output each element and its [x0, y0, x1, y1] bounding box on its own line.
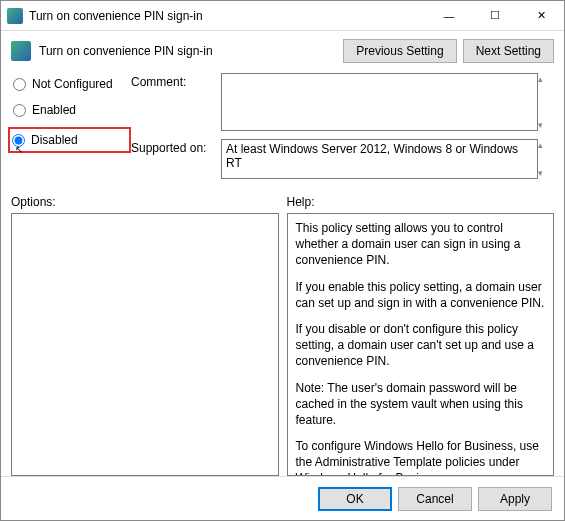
help-paragraph: Note: The user's domain password will be… — [296, 380, 546, 429]
apply-button[interactable]: Apply — [478, 487, 552, 511]
options-box — [11, 213, 279, 476]
radio-disabled-label: Disabled — [31, 133, 78, 147]
policy-editor-window: Turn on convenience PIN sign-in — ☐ ✕ Tu… — [0, 0, 565, 521]
radio-not-configured-label: Not Configured — [32, 77, 113, 91]
supported-text — [221, 139, 538, 179]
close-button[interactable]: ✕ — [518, 1, 564, 31]
next-setting-button[interactable]: Next Setting — [463, 39, 554, 63]
minimize-button[interactable]: — — [426, 1, 472, 31]
config-row: Not Configured Enabled Disabled ↖ Commen… — [11, 73, 554, 179]
titlebar: Turn on convenience PIN sign-in — ☐ ✕ — [1, 1, 564, 31]
comment-row: Comment: ▴▾ — [131, 73, 554, 131]
cancel-button[interactable]: Cancel — [398, 487, 472, 511]
lower-row: Options: Help: This policy setting allow… — [11, 195, 554, 476]
ok-button[interactable]: OK — [318, 487, 392, 511]
previous-setting-button[interactable]: Previous Setting — [343, 39, 456, 63]
radio-disabled[interactable]: Disabled — [10, 131, 127, 149]
help-paragraph: If you disable or don't configure this p… — [296, 321, 546, 370]
window-controls: — ☐ ✕ — [426, 1, 564, 31]
options-pane: Options: — [11, 195, 279, 476]
help-box[interactable]: This policy setting allows you to contro… — [287, 213, 555, 476]
help-label: Help: — [287, 195, 555, 209]
radio-not-configured[interactable]: Not Configured — [11, 75, 131, 93]
policy-icon — [7, 8, 23, 24]
scrollbar-icon[interactable]: ▴▾ — [538, 73, 554, 131]
radio-disabled-input[interactable] — [12, 134, 25, 147]
fields-col: Comment: ▴▾ Supported on: ▴▾ — [131, 73, 554, 179]
highlight-disabled: Disabled ↖ — [8, 127, 131, 153]
radio-enabled-label: Enabled — [32, 103, 76, 117]
comment-label: Comment: — [131, 73, 221, 89]
scrollbar-icon[interactable]: ▴▾ — [538, 139, 554, 179]
radio-enabled-input[interactable] — [13, 104, 26, 117]
policy-title: Turn on convenience PIN sign-in — [39, 44, 337, 58]
footer: OK Cancel Apply — [1, 476, 564, 520]
body: Turn on convenience PIN sign-in Previous… — [1, 31, 564, 476]
radio-enabled[interactable]: Enabled — [11, 101, 131, 119]
radio-group: Not Configured Enabled Disabled ↖ — [11, 73, 131, 179]
options-label: Options: — [11, 195, 279, 209]
help-paragraph: This policy setting allows you to contro… — [296, 220, 546, 269]
window-title: Turn on convenience PIN sign-in — [29, 9, 426, 23]
help-paragraph: To configure Windows Hello for Business,… — [296, 438, 546, 476]
policy-icon — [11, 41, 31, 61]
help-pane: Help: This policy setting allows you to … — [287, 195, 555, 476]
header-row: Turn on convenience PIN sign-in Previous… — [11, 39, 554, 63]
radio-not-configured-input[interactable] — [13, 78, 26, 91]
supported-row: Supported on: ▴▾ — [131, 139, 554, 179]
maximize-button[interactable]: ☐ — [472, 1, 518, 31]
help-paragraph: If you enable this policy setting, a dom… — [296, 279, 546, 311]
comment-input[interactable] — [221, 73, 538, 131]
supported-label: Supported on: — [131, 139, 221, 155]
